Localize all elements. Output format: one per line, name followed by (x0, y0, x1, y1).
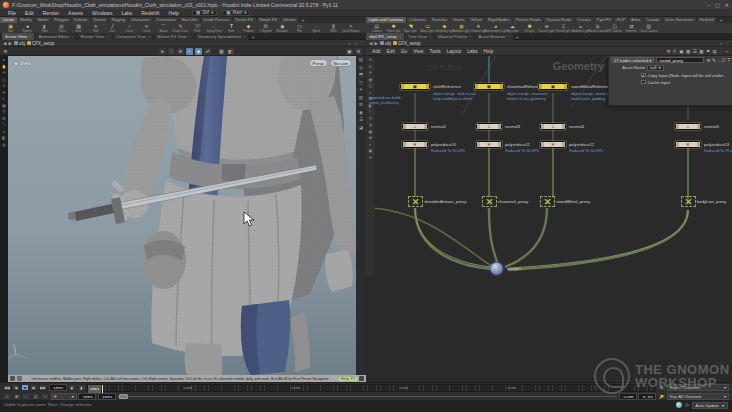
shelf-tool-sphere[interactable]: ●Sphere (19, 24, 36, 33)
node-polyreduce[interactable]: ✕ (540, 141, 566, 148)
sim-cache-icon[interactable]: ◔ (41, 393, 49, 400)
shelf-tab-terrain-fx[interactable]: Terrain FX (233, 17, 256, 23)
forward-arrow-icon[interactable]: ▶ (8, 41, 11, 46)
viewport-tool-icon-1[interactable]: ✋ (2, 65, 7, 69)
network-tool-icon-4[interactable]: ◫ (369, 84, 373, 88)
copy-icon[interactable]: ⎘ (673, 49, 677, 54)
recook-icon[interactable]: ⟳ (685, 402, 689, 408)
shelf-tool-ambient-light[interactable]: ◒Ambient Light (572, 24, 589, 33)
net-menu-edit[interactable]: Edit (384, 49, 398, 54)
close-icon[interactable]: × (399, 34, 401, 39)
settings-icon[interactable]: ⚙ (355, 48, 362, 55)
add-icon[interactable]: ＋ (725, 49, 730, 54)
close-icon[interactable]: × (148, 34, 150, 39)
shelf-tool-quick-shapes[interactable]: ✦Quick Shapes (342, 24, 359, 33)
network-tool-icon-8[interactable]: ✎ (369, 110, 372, 114)
node-null-proxy[interactable]: ✕ (409, 197, 422, 206)
search-icon[interactable]: ◌ (719, 49, 722, 54)
node-flag-right[interactable] (564, 84, 567, 89)
network-tool-icon-11[interactable]: ▩ (369, 130, 373, 134)
shelf-tool-camera[interactable]: ▤Camera (368, 24, 385, 33)
snap-icon[interactable]: ◈ (195, 48, 202, 55)
node-flag-left[interactable] (539, 84, 542, 89)
display-tool-icon-7[interactable]: ◉ (359, 111, 363, 116)
pane-tab-motion-fx-view[interactable]: Motion FX View× (154, 33, 194, 40)
key-icon[interactable]: 🔑 (658, 393, 666, 400)
minimize-icon[interactable]: – (707, 2, 710, 8)
list-view-icon[interactable]: ☰ (693, 49, 697, 54)
shelf-tool-stereo-camera[interactable]: ⧉Stereo Camera (589, 24, 606, 33)
shelf-tool-portal-light[interactable]: ⌻Portal Light (555, 24, 572, 33)
stop-button[interactable]: ■ (21, 384, 29, 391)
node-null-proxy[interactable]: ✕ (541, 197, 554, 206)
node-flag-right[interactable] (498, 142, 501, 147)
range-end2-field[interactable]: 3.04 (638, 393, 656, 400)
help-icon[interactable]: ? (727, 58, 730, 63)
viewport-tool-icon-10[interactable]: ✎ (2, 123, 5, 127)
node-normal[interactable]: ⊥ (402, 123, 428, 130)
node-flag-right[interactable] (697, 142, 700, 147)
viewport-tool-icon-11[interactable]: ⌗ (3, 130, 5, 134)
menu-assets[interactable]: Assets (64, 9, 87, 17)
keyframe-toggle[interactable]: ▮ (68, 384, 76, 391)
breadcrumb-cfx-setup[interactable]: CFX_setup (393, 41, 421, 46)
display-tool-icon-4[interactable]: ✦ (359, 88, 363, 93)
wrench-icon[interactable]: ✎ (712, 58, 716, 63)
viewport-tool-icon-12[interactable]: ◧ (2, 136, 6, 140)
network-tool-icon-2[interactable]: ✛ (369, 71, 372, 75)
forward-arrow-icon[interactable]: ▶ (374, 41, 377, 46)
network-tool-icon-3[interactable]: ▦ (369, 78, 373, 82)
pin-icon[interactable]: ＋ (347, 41, 352, 46)
shelf-tool-area-light[interactable]: ▭Area Light (419, 24, 436, 33)
back-arrow-icon[interactable]: ◀ (3, 41, 6, 46)
node-flag-left[interactable] (403, 124, 406, 129)
lasso-icon[interactable]: ⌇ (168, 48, 175, 55)
shelf-tab-characters[interactable]: Characters (129, 17, 153, 23)
selector-sm[interactable]: ▦SM▾ (192, 10, 217, 16)
key-scope-icon[interactable]: ⚷ (32, 393, 40, 400)
persp-button[interactable]: Persp (309, 59, 328, 67)
grid-view-icon[interactable]: ▦ (686, 49, 690, 54)
menu-redshift[interactable]: Redshift (137, 9, 163, 17)
snapshot-icon[interactable]: ▣ (346, 48, 353, 55)
shelf-tool-grid[interactable]: ▦Grid (70, 24, 87, 33)
help-menu-icon[interactable] (359, 376, 364, 381)
close-icon[interactable]: × (429, 34, 431, 39)
pane-tab-scene-view[interactable]: Scene View× (2, 33, 34, 40)
range-start2-field[interactable]: 1001 (98, 393, 116, 400)
range-slider[interactable] (117, 393, 617, 400)
shelf-tool-draw-curve[interactable]: ✎Draw Curve (172, 24, 189, 33)
shelf-tool-bezier[interactable]: ⌒Bezier (155, 24, 172, 33)
close-icon[interactable]: × (106, 34, 108, 39)
pane-tab-tree-view[interactable]: Tree View× (405, 33, 434, 40)
shelf-tool-point-light[interactable]: ✹Point Light (385, 24, 402, 33)
network-tool-icon-14[interactable]: ▣ (369, 149, 373, 153)
menu-edit[interactable]: Edit (21, 9, 38, 17)
viewport-tool-icon-4[interactable]: ⊙ (2, 84, 5, 88)
info-icon[interactable]: ⓘ (721, 58, 726, 63)
net-menu-help[interactable]: Help (481, 49, 497, 54)
node-normal[interactable]: ⊥ (540, 123, 566, 130)
box-icon[interactable]: ▣ (679, 49, 683, 54)
close-icon[interactable]: ✕ (725, 2, 729, 8)
viewport-tool-icon-7[interactable]: ▦ (2, 104, 6, 108)
key-all-channels-dropdown[interactable]: Key All Channels▾ (667, 393, 729, 400)
node-flag-left[interactable] (676, 142, 679, 147)
network-tool-icon-5[interactable]: ⌗ (369, 91, 371, 95)
display-tool-icon-8[interactable]: ☰ (359, 118, 363, 123)
breadcrumb-cfx-setup[interactable]: CFX_setup (27, 41, 55, 46)
display-tool-icon-5[interactable]: ▥ (359, 96, 363, 101)
viewport-tool-icon-0[interactable]: ▸ (3, 58, 5, 62)
search-icon[interactable]: ◌ (360, 41, 363, 46)
node-polyreduce[interactable]: ✕ (476, 141, 502, 148)
node-flag-right[interactable] (500, 84, 503, 89)
range-start-field[interactable]: 1001 (78, 393, 96, 400)
node-flag-right[interactable] (498, 124, 501, 129)
pose-icon[interactable]: ☍ (204, 48, 211, 55)
viewport-tool-icon-5[interactable]: ✛ (2, 91, 5, 95)
wrench-icon[interactable]: ⚒ (667, 49, 671, 54)
display-tool-icon-2[interactable]: ⬒ (359, 73, 363, 78)
display-tool-icon-0[interactable]: ▤ (359, 58, 363, 63)
node-reference[interactable]: ▣ (538, 83, 568, 90)
scene-viewport[interactable] (8, 56, 356, 375)
